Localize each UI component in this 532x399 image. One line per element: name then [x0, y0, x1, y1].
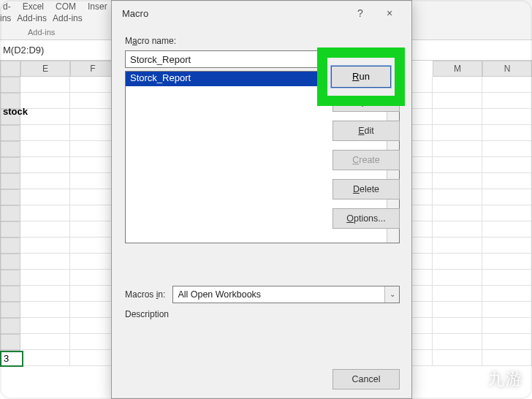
help-button[interactable]: ?	[346, 7, 375, 19]
col-header-E[interactable]: E	[20, 61, 70, 77]
watermark-logo-icon	[459, 367, 484, 392]
cancel-button[interactable]: Cancel	[332, 369, 400, 390]
ribbon-item[interactable]: Inser	[85, 1, 110, 12]
col-header-F[interactable]: F	[70, 61, 115, 77]
description-label: Description	[125, 309, 169, 319]
ribbon-item[interactable]: ins	[0, 13, 11, 23]
ribbon-item[interactable]: COM	[53, 1, 79, 12]
cell-stock-header: stock	[0, 104, 31, 118]
options-button[interactable]: Options...	[332, 208, 400, 229]
macro-name-label: Macro name:	[125, 36, 400, 46]
ribbon-item[interactable]: Add-ins	[17, 13, 47, 23]
ribbon-item[interactable]: Add-ins	[53, 13, 83, 23]
run-highlight: Run	[317, 48, 405, 106]
close-button[interactable]: ×	[375, 7, 404, 19]
ribbon-group-label: Add-ins	[28, 28, 55, 37]
create-button: Create	[332, 150, 400, 170]
selected-cell[interactable]: 3	[0, 351, 23, 367]
ribbon-item[interactable]: d-	[0, 1, 14, 12]
col-header-N[interactable]: N	[482, 61, 532, 77]
macros-in-value: All Open Workbooks	[173, 289, 384, 300]
watermark: 九游	[459, 367, 523, 392]
col-header-M[interactable]: M	[433, 61, 482, 77]
macros-in-combo[interactable]: All Open Workbooks ⌄	[172, 286, 400, 303]
macros-in-label: Macros in:	[125, 289, 165, 300]
ribbon-item[interactable]: Excel	[20, 1, 47, 12]
dialog-title: Macro	[122, 8, 346, 19]
chevron-down-icon[interactable]: ⌄	[384, 286, 399, 303]
delete-button[interactable]: Delete	[332, 179, 400, 200]
edit-button[interactable]: Edit	[332, 121, 400, 141]
run-button[interactable]: Run	[331, 66, 391, 88]
